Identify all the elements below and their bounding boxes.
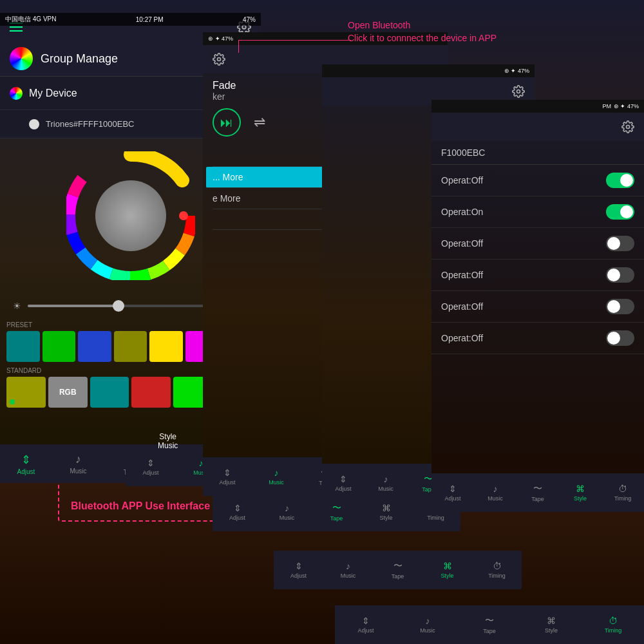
toggle-row-5: Operat:Off: [431, 291, 644, 323]
operat-label-2: Operat:On: [441, 207, 483, 217]
nav5-adjust[interactable]: ⇕ Adjust: [335, 616, 397, 634]
style-pm-text: PM: [602, 103, 611, 109]
nav3-timing-label: Timing: [427, 515, 444, 521]
nav5-tape-label: Tape: [483, 628, 496, 634]
nav3-tape[interactable]: 〜 Tape: [312, 502, 361, 522]
group-manage-title: Group Manage: [41, 52, 118, 66]
toggle-row-6: Operat:Off: [431, 323, 644, 354]
nav4-style[interactable]: ⌘ Style: [422, 561, 472, 579]
standard-swatch-1[interactable]: [6, 377, 46, 408]
tape-nav-music[interactable]: ♪ Music: [365, 474, 407, 492]
nav5-timing-icon: ⏱: [609, 616, 618, 626]
toggle-row-4: Operat:Off: [431, 260, 644, 291]
nav5-style[interactable]: ⌘ Style: [520, 616, 582, 634]
operat-label-1: Operat:Off: [441, 175, 483, 185]
toggle-4[interactable]: [606, 267, 634, 283]
nav5-timing[interactable]: ⏱ Timing: [582, 616, 644, 634]
toggle-3[interactable]: [606, 236, 634, 251]
play-button[interactable]: ⏭: [213, 108, 241, 137]
nav-adjust[interactable]: ⇕ Adjust: [0, 453, 52, 475]
preset-swatch-3[interactable]: [78, 331, 111, 362]
tape-nav-adjust[interactable]: ⇕ Adjust: [322, 474, 365, 492]
nav5-music[interactable]: ♪ Music: [397, 616, 459, 634]
nav3-adjust[interactable]: ⇕ Adjust: [213, 503, 262, 521]
style-nav-adjust-label: Adjust: [444, 495, 460, 502]
style-nav-style-icon: ⌘: [576, 484, 585, 494]
nav4-music[interactable]: ♪ Music: [323, 561, 373, 579]
nav3-style[interactable]: ⌘ Style: [361, 503, 411, 521]
music-settings-icon[interactable]: [213, 53, 225, 66]
nav3-adjust-icon: ⇕: [234, 503, 242, 513]
style-nav-style-label: Style: [574, 495, 587, 502]
third-nav-overlay: ⇕ Adjust ♪ Music 〜 Tape ⌘ Style ⏱ Timing: [213, 493, 460, 531]
nav-music[interactable]: ♪ Music: [52, 453, 104, 475]
style-status-icons: ⊛ ✦ 47%: [614, 103, 639, 109]
active-indicator: [10, 399, 15, 404]
style-settings-icon[interactable]: [621, 120, 634, 133]
nav2-adjust[interactable]: ⇕ Adjust: [126, 458, 176, 476]
nav4-timing[interactable]: ⏱ Timing: [472, 561, 522, 579]
style-nav-timing-label: Timing: [614, 495, 632, 502]
preset-swatch-2[interactable]: [43, 331, 76, 362]
svg-point-16: [627, 126, 630, 129]
shuffle-icon[interactable]: ⇌: [254, 114, 265, 131]
style-nav-music[interactable]: ♪ Music: [474, 484, 516, 502]
nav3-style-icon: ⌘: [382, 503, 391, 513]
style-nav-tape[interactable]: 〜 Tape: [516, 483, 559, 502]
toggle-thumb-2: [620, 205, 633, 218]
nav5-music-label: Music: [420, 627, 435, 634]
nav3-style-label: Style: [379, 515, 392, 521]
slider-thumb[interactable]: [113, 300, 124, 312]
triones-dot: [29, 119, 39, 129]
brightness-slider[interactable]: [28, 305, 230, 307]
music-status-icons: ⊛ ✦ 47%: [208, 35, 233, 42]
style-nav-style[interactable]: ⌘ Style: [559, 484, 601, 502]
annotation-line-vertical: [238, 40, 239, 53]
style-music-label: Style Music: [158, 432, 178, 450]
standard-swatch-4[interactable]: [131, 377, 171, 408]
preset-swatch-4[interactable]: [114, 331, 147, 362]
nav2-adjust-label: Adjust: [142, 469, 158, 476]
nav4-tape[interactable]: 〜 Tape: [373, 560, 422, 580]
nav5-adjust-icon: ⇕: [362, 616, 370, 626]
preset-swatch-1[interactable]: [6, 331, 40, 362]
nav5-style-icon: ⌘: [547, 616, 556, 626]
tape-status-bar: ⊛ ✦ 47%: [322, 64, 535, 77]
preset-swatch-5[interactable]: [149, 331, 183, 362]
nav4-adjust-icon: ⇕: [295, 561, 303, 571]
nav5-timing-label: Timing: [605, 627, 622, 634]
style-nav-timing[interactable]: ⏱ Timing: [601, 484, 644, 502]
toggle-thumb-5: [607, 300, 620, 313]
toggle-1[interactable]: [606, 173, 634, 188]
nav2-adjust-icon: ⇕: [147, 458, 155, 468]
standard-swatch-3[interactable]: [90, 377, 129, 408]
bluetooth-annotation: Open Bluetooth Click it to connnect the …: [348, 19, 497, 44]
nav5-tape[interactable]: 〜 Tape: [459, 615, 520, 634]
tape-settings-icon[interactable]: [512, 85, 525, 98]
nav-music-label: Music: [70, 468, 86, 475]
fourth-nav-overlay: ⇕ Adjust ♪ Music 〜 Tape ⌘ Style ⏱ Timing: [274, 551, 522, 589]
nav3-music[interactable]: ♪ Music: [262, 503, 312, 521]
color-wheel-center: [95, 180, 166, 251]
music-nav-adjust-icon: ⇕: [223, 468, 231, 478]
svg-point-13: [179, 211, 188, 220]
time-text: 10:27 PM: [136, 16, 164, 23]
battery-text: 47%: [243, 16, 256, 23]
style-bottom-nav: ⇕ Adjust ♪ Music 〜 Tape ⌘ Style ⏱ Timing: [431, 473, 644, 512]
music-icon: ♪: [75, 453, 81, 466]
nav5-music-icon: ♪: [426, 616, 430, 626]
toggle-6[interactable]: [606, 330, 634, 346]
style-nav-adjust[interactable]: ⇕ Adjust: [431, 484, 474, 502]
nav4-music-label: Music: [341, 573, 356, 579]
toggle-5[interactable]: [606, 299, 634, 314]
nav3-adjust-label: Adjust: [229, 515, 245, 521]
toggle-2[interactable]: [606, 204, 634, 220]
standard-swatch-rgb[interactable]: RGB: [48, 377, 88, 408]
color-wheel-ring[interactable]: [66, 151, 195, 280]
music-nav-music[interactable]: ♪ Music: [252, 468, 301, 486]
nav4-tape-icon: 〜: [393, 560, 402, 572]
music-nav-adjust[interactable]: ⇕ Adjust: [203, 468, 252, 486]
brightness-low-icon: ☀: [13, 301, 21, 311]
nav4-adjust[interactable]: ⇕ Adjust: [274, 561, 323, 579]
style-label-text: Style: [158, 432, 178, 441]
